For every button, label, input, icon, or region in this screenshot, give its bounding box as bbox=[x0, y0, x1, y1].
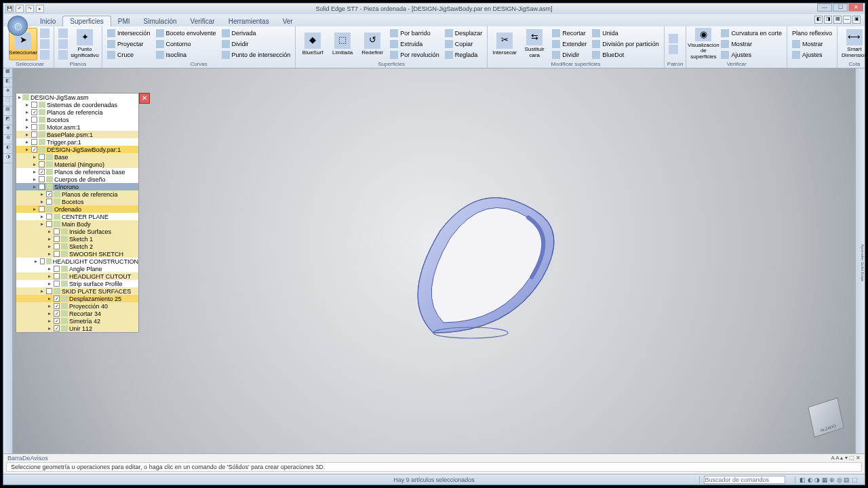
tab-simulacion[interactable]: Simulación bbox=[137, 16, 184, 26]
checkbox[interactable] bbox=[39, 161, 45, 167]
checkbox[interactable] bbox=[40, 258, 45, 264]
tree-row[interactable]: ▸Proyección 40 bbox=[16, 302, 138, 310]
checkbox[interactable] bbox=[31, 146, 37, 152]
tree-row[interactable]: ▸Sistemas de coordenadas bbox=[16, 101, 138, 108]
plane-btns[interactable] bbox=[57, 28, 69, 60]
tree-row[interactable]: ▸Material (Ninguno) bbox=[16, 161, 138, 168]
checkbox[interactable] bbox=[54, 243, 60, 249]
barrido-button[interactable]: Por barrido bbox=[388, 28, 441, 38]
tree-row[interactable]: ▸Main Body bbox=[16, 220, 138, 228]
dividir2-button[interactable]: Dividir bbox=[550, 49, 589, 60]
checkbox[interactable] bbox=[54, 281, 60, 287]
extender-button[interactable]: Extender bbox=[550, 39, 589, 49]
tab-superficies[interactable]: Superficies bbox=[62, 16, 111, 26]
particion-button[interactable]: División por partición bbox=[590, 39, 661, 49]
tree-root-name[interactable]: DESIGN-JigSaw.asm bbox=[31, 94, 138, 101]
smart-dimension-button[interactable]: ⟷Smart Dimension bbox=[840, 28, 868, 60]
tree-row[interactable]: ▸Cuerpos de diseño bbox=[16, 176, 138, 183]
revolucion-button[interactable]: Por revolución bbox=[388, 49, 441, 60]
tree-row[interactable]: ▸Recortar 34 bbox=[16, 310, 138, 317]
cruce-button[interactable]: Cruce bbox=[105, 49, 153, 60]
checkbox[interactable] bbox=[46, 214, 52, 220]
tree-row[interactable]: ▸Motor.asm:1 bbox=[16, 123, 138, 131]
unida-button[interactable]: Unida bbox=[590, 28, 661, 38]
feature-tree[interactable]: ▸DESIGN-JigSaw.asm ▸Sistemas de coordena… bbox=[16, 93, 139, 333]
tree-row[interactable]: ▸Angle Plane bbox=[16, 265, 138, 272]
punto-significativo-button[interactable]: ✦Punto significativo bbox=[71, 28, 99, 60]
qat-save-icon[interactable]: 💾 bbox=[5, 5, 14, 13]
checkbox[interactable] bbox=[39, 206, 45, 212]
checkbox[interactable] bbox=[39, 154, 45, 160]
tree-row[interactable]: ▸Bocetos bbox=[16, 116, 138, 123]
isoclina-button[interactable]: Isoclina bbox=[154, 49, 218, 60]
mostrar-button[interactable]: Mostrar bbox=[719, 39, 784, 49]
msgbar-controls[interactable]: A A ▴ ▾ ⬚ ✕ bbox=[831, 455, 861, 462]
checkbox[interactable] bbox=[46, 199, 52, 205]
maximize-button[interactable]: ☐ bbox=[833, 3, 848, 12]
checkbox[interactable] bbox=[31, 109, 37, 115]
tree-row[interactable]: ▸Base bbox=[16, 153, 138, 161]
left-sidebar[interactable]: ▦◧◈⬚▤◩✚⚙◐◑ bbox=[3, 68, 13, 453]
proyectar-button[interactable]: Proyectar bbox=[105, 39, 153, 49]
tree-row[interactable]: ▸Ordenado bbox=[16, 205, 138, 213]
tree-row[interactable]: ▸Sketch 1 bbox=[16, 235, 138, 243]
status-view-icons[interactable]: ◧ ◐ ◑ ▦ ⊕ ◎ ▤ ⬚ bbox=[795, 476, 862, 483]
checkbox[interactable] bbox=[54, 310, 60, 317]
dividir-button[interactable]: Dividir bbox=[220, 39, 293, 49]
visualizacion-button[interactable]: ◉Visualización de superficies bbox=[689, 28, 717, 60]
tree-row[interactable]: ▸Sketch 2 bbox=[16, 243, 138, 250]
tab-ver[interactable]: Ver bbox=[276, 16, 300, 26]
checkbox[interactable] bbox=[46, 191, 52, 197]
app-menu-button[interactable]: ◯ bbox=[7, 16, 28, 36]
tree-row[interactable]: ▸Simetría 42 bbox=[16, 317, 138, 325]
patron-button[interactable] bbox=[667, 28, 679, 60]
checkbox[interactable] bbox=[54, 296, 60, 302]
model-surface[interactable] bbox=[393, 190, 576, 360]
tree-row[interactable]: ▸Planos de referencia bbox=[16, 190, 138, 198]
checkbox[interactable] bbox=[46, 221, 52, 227]
checkbox[interactable] bbox=[39, 169, 45, 175]
tab-verificar[interactable]: Verificar bbox=[184, 16, 222, 26]
bluesurf-button[interactable]: ◆BlueSurf bbox=[298, 28, 327, 60]
qat-redo-icon[interactable]: ↷ bbox=[26, 5, 34, 13]
panel-close-button[interactable]: ✕ bbox=[139, 93, 150, 104]
right-sidebar[interactable]: Aprender Solid Edge bbox=[855, 68, 865, 453]
redefinir-button[interactable]: ↺Redefinir bbox=[358, 28, 387, 60]
reglada-button[interactable]: Reglada bbox=[443, 49, 485, 60]
checkbox[interactable] bbox=[31, 124, 37, 130]
select-options[interactable] bbox=[39, 28, 51, 60]
tab-pmi[interactable]: PMI bbox=[111, 16, 137, 26]
limitada-button[interactable]: ⬚Limitada bbox=[328, 28, 357, 60]
tree-row[interactable]: ▸SWOOSH SKETCH bbox=[16, 250, 138, 258]
tree-row[interactable]: ▸DESIGN-JigSawBody.par:1 bbox=[16, 146, 138, 153]
command-search-input[interactable] bbox=[704, 476, 785, 484]
recortar-button[interactable]: Recortar bbox=[550, 28, 589, 38]
tree-row[interactable]: ▸Trigger.par:1 bbox=[16, 138, 138, 146]
minimize-button[interactable]: — bbox=[817, 3, 832, 12]
tree-row[interactable]: ▸SKID PLATE SURFACES bbox=[16, 287, 138, 295]
checkbox[interactable] bbox=[31, 102, 37, 108]
viewport-3d[interactable]: ▸DESIGN-JigSaw.asm ▸Sistemas de coordena… bbox=[13, 68, 855, 453]
tree-row[interactable]: ▸Strip surface Profile bbox=[16, 280, 138, 287]
ajustes2-button[interactable]: Ajustes bbox=[790, 49, 834, 60]
view-toggles[interactable]: ◧◨▤—▣ bbox=[814, 16, 861, 24]
tree-row[interactable]: ▸Planos de referencia bbox=[16, 108, 138, 116]
checkbox[interactable] bbox=[54, 266, 60, 272]
tree-row[interactable]: ▸HEADLIGHT CONSTRUCTION bbox=[16, 258, 138, 265]
orientation-cube[interactable]: ALZADO bbox=[810, 402, 842, 433]
ajustes-button[interactable]: Ajustes bbox=[719, 49, 784, 60]
checkbox[interactable] bbox=[46, 288, 52, 294]
curvatura-button[interactable]: Curvatura en corte bbox=[719, 28, 784, 38]
tab-herramientas[interactable]: Herramientas bbox=[222, 16, 276, 26]
interseccion-button[interactable]: Intersección bbox=[105, 28, 153, 38]
checkbox[interactable] bbox=[54, 228, 60, 235]
tree-row[interactable]: ▸CENTER PLANE bbox=[16, 213, 138, 220]
checkbox[interactable] bbox=[54, 325, 60, 331]
checkbox[interactable] bbox=[54, 273, 60, 279]
tree-row[interactable]: ▸Planos de referencia base bbox=[16, 168, 138, 176]
qat-undo-icon[interactable]: ↶ bbox=[16, 5, 24, 13]
intersecar-button[interactable]: ✂Intersecar bbox=[490, 28, 519, 60]
desplazar-button[interactable]: Desplazar bbox=[443, 28, 485, 38]
checkbox[interactable] bbox=[39, 184, 45, 190]
checkbox[interactable] bbox=[54, 251, 60, 257]
